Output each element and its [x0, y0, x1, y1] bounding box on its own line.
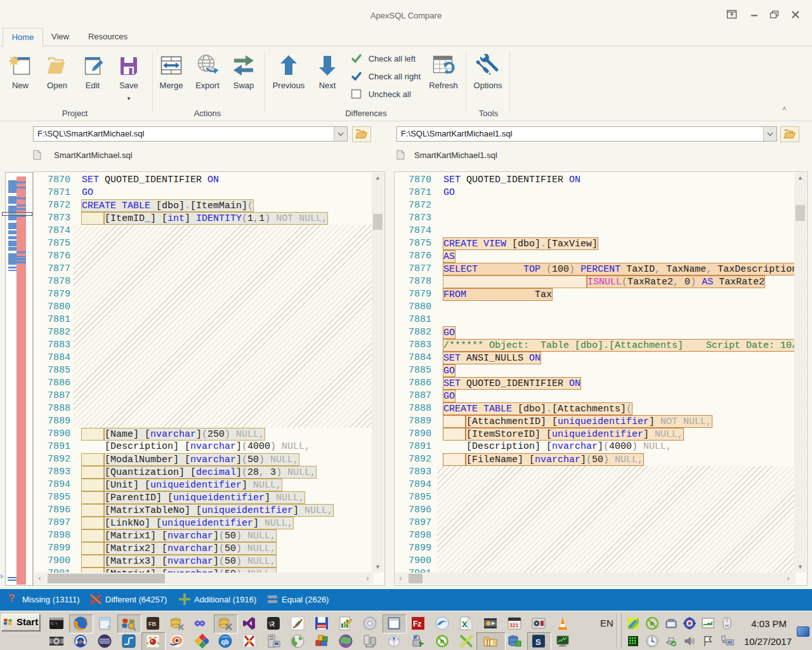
svg-text:P: P: [440, 639, 444, 645]
svg-text:qb: qb: [221, 639, 229, 646]
svg-text:FB: FB: [148, 621, 156, 627]
svg-text:S: S: [535, 637, 541, 647]
svg-text:C:\: C:\: [51, 621, 58, 626]
svg-text:P: P: [650, 621, 654, 627]
svg-text:321: 321: [509, 622, 518, 628]
svg-text:X: X: [462, 620, 468, 629]
svg-text:Fz: Fz: [413, 620, 421, 628]
